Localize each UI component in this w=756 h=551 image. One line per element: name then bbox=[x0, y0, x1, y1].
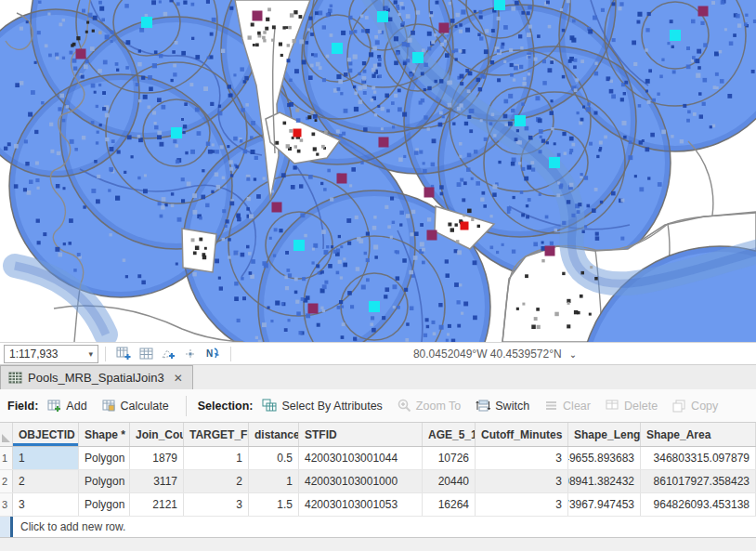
select-tool-icon[interactable] bbox=[159, 346, 177, 362]
map-canvas[interactable] bbox=[0, 0, 756, 342]
cell-shape[interactable]: Polygon bbox=[79, 470, 130, 492]
cell-shape_area[interactable]: 861017927.358423 bbox=[641, 470, 756, 492]
column-header-age_5_17[interactable]: AGE_5_17 bbox=[423, 423, 476, 446]
cell-join_count[interactable]: 1879 bbox=[130, 447, 184, 469]
separator bbox=[230, 347, 231, 361]
cell-shape[interactable]: Polygon bbox=[79, 447, 130, 469]
cell-target_fid[interactable]: 3 bbox=[184, 493, 249, 516]
select-by-attributes-button[interactable]: Select By Attributes bbox=[262, 399, 382, 413]
cell-shape_length[interactable]: 608941.382432 bbox=[568, 470, 641, 492]
switch-selection-icon bbox=[476, 399, 490, 413]
view-tabstrip: Pools_MRB_SpatialJoin3 ✕ bbox=[0, 364, 756, 389]
column-header-stfid[interactable]: STFID bbox=[299, 423, 423, 446]
cell-join_count[interactable]: 3117 bbox=[130, 470, 184, 492]
table-calculate-icon bbox=[102, 399, 116, 413]
cell-target_fid[interactable]: 2 bbox=[184, 470, 249, 492]
column-header-objectid[interactable]: OBJECTID * bbox=[13, 423, 79, 446]
cell-distance[interactable]: 1.5 bbox=[249, 493, 299, 516]
cell-target_fid[interactable]: 1 bbox=[184, 447, 249, 469]
cell-distance[interactable]: 0.5 bbox=[249, 447, 299, 469]
clear-button: Clear bbox=[544, 400, 591, 413]
new-map-view-icon[interactable] bbox=[114, 346, 133, 362]
zoom-to-icon bbox=[398, 399, 411, 413]
chevron-down-icon: ▾ bbox=[88, 349, 93, 359]
map-scale-value: 1:117,933 bbox=[9, 348, 59, 361]
toolbar-group-label: Selection: bbox=[198, 400, 254, 413]
column-header-join_count[interactable]: Join_Count bbox=[130, 423, 184, 446]
select-all-corner[interactable] bbox=[0, 423, 13, 446]
attribute-table: OBJECTID *Shape *Join_CountTARGET_FIDdis… bbox=[0, 423, 756, 517]
table-icon bbox=[8, 372, 22, 384]
column-header-shape_length[interactable]: Shape_Length bbox=[568, 423, 641, 446]
cell-distance[interactable]: 1 bbox=[249, 470, 299, 492]
column-header-shape[interactable]: Shape * bbox=[79, 423, 130, 446]
pane-footer bbox=[0, 538, 756, 551]
cell-cutoff_minutes[interactable]: 3 bbox=[476, 447, 568, 469]
delete-button: Delete bbox=[606, 400, 658, 413]
toolbar-group: Selection:Select By AttributesZoom ToSwi… bbox=[198, 399, 734, 413]
table-toolbar: Field:AddCalculateSelection:Select By At… bbox=[0, 389, 756, 423]
north-arrow-icon[interactable]: N bbox=[203, 346, 222, 362]
cell-stfid[interactable]: 420030103001044 bbox=[299, 447, 423, 469]
cell-age_5_17[interactable]: 10726 bbox=[423, 447, 476, 469]
chevron-down-icon[interactable]: ⌄ bbox=[569, 349, 577, 360]
cell-shape[interactable]: Polygon bbox=[79, 493, 130, 516]
button-label: Zoom To bbox=[416, 400, 461, 413]
table-row: 22Polygon3117214200301030010002044036089… bbox=[0, 470, 756, 493]
cell-shape_area[interactable]: 964826093.453138 bbox=[641, 493, 756, 516]
delete-icon bbox=[606, 400, 619, 413]
cell-age_5_17[interactable]: 20440 bbox=[423, 470, 476, 492]
cell-cutoff_minutes[interactable]: 3 bbox=[476, 470, 568, 492]
row-selector[interactable]: 3 bbox=[0, 493, 13, 516]
column-header-shape_area[interactable]: Shape_Area bbox=[641, 423, 756, 446]
cell-join_count[interactable]: 2121 bbox=[130, 493, 184, 516]
cell-objectid[interactable]: 2 bbox=[13, 470, 79, 492]
copy-button: Copy bbox=[672, 400, 718, 413]
svg-text:N: N bbox=[206, 348, 213, 359]
add-row-label: Click to add new row. bbox=[13, 520, 125, 533]
table-header-row: OBJECTID *Shape *Join_CountTARGET_FIDdis… bbox=[0, 423, 756, 447]
tab-label: Pools_MRB_SpatialJoin3 bbox=[28, 371, 164, 385]
cell-objectid[interactable]: 3 bbox=[13, 493, 79, 516]
clear-selection-icon bbox=[544, 400, 558, 412]
cell-shape_length[interactable]: 673967.947453 bbox=[568, 493, 641, 516]
add-row-gutter bbox=[0, 517, 13, 537]
map-statusbar: 1:117,933 ▾ N 80.0452049°W 40.4539572°N⌄ bbox=[0, 342, 756, 364]
column-header-target_fid[interactable]: TARGET_FID bbox=[184, 423, 249, 446]
cell-shape_length[interactable]: 249655.893683 bbox=[568, 447, 641, 469]
add-new-row[interactable]: Click to add new row. bbox=[0, 517, 756, 538]
button-label: Select By Attributes bbox=[281, 400, 382, 413]
separator bbox=[105, 347, 106, 361]
button-label: Copy bbox=[691, 400, 718, 413]
zoom-to-button: Zoom To bbox=[398, 399, 461, 413]
copy-icon bbox=[672, 400, 686, 413]
cell-cutoff_minutes[interactable]: 3 bbox=[476, 493, 568, 516]
cell-shape_area[interactable]: 346803315.097879 bbox=[641, 447, 756, 469]
column-header-cutoff_minutes[interactable]: Cutoff_Minutes bbox=[476, 423, 568, 446]
button-label: Clear bbox=[563, 400, 591, 413]
cell-stfid[interactable]: 420030103001053 bbox=[299, 493, 423, 516]
calculate-button[interactable]: Calculate bbox=[102, 399, 169, 413]
tab-attribute-table[interactable]: Pools_MRB_SpatialJoin3 ✕ bbox=[0, 365, 193, 389]
toolbar-group-label: Field: bbox=[7, 400, 38, 413]
map-scale-select[interactable]: 1:117,933 ▾ bbox=[4, 345, 98, 363]
button-label: Delete bbox=[624, 400, 658, 413]
switch-button[interactable]: Switch bbox=[476, 399, 529, 413]
table-add-icon bbox=[47, 399, 61, 413]
cell-stfid[interactable]: 420030103001000 bbox=[299, 470, 423, 492]
close-icon[interactable]: ✕ bbox=[174, 372, 183, 385]
table-row: 33Polygon212131.542003010300105316264367… bbox=[0, 493, 756, 517]
row-selector[interactable]: 1 bbox=[0, 447, 13, 469]
row-selector[interactable]: 2 bbox=[0, 470, 13, 492]
button-label: Add bbox=[66, 400, 86, 413]
table-body: 11Polygon187910.542003010300104410726324… bbox=[0, 447, 756, 517]
column-header-distance[interactable]: distance bbox=[249, 423, 299, 446]
add-button[interactable]: Add bbox=[47, 399, 86, 413]
map-view[interactable] bbox=[0, 0, 756, 342]
arcgis-window: 1:117,933 ▾ N 80.0452049°W 40.4539572°N⌄ bbox=[0, 0, 756, 551]
map-coordinates: 80.0452049°W 40.4539572°N⌄ bbox=[238, 348, 752, 361]
cell-age_5_17[interactable]: 16264 bbox=[423, 493, 476, 516]
cell-objectid[interactable]: 1 bbox=[13, 447, 79, 469]
snapping-icon[interactable] bbox=[181, 346, 200, 362]
open-table-icon[interactable] bbox=[137, 346, 155, 362]
